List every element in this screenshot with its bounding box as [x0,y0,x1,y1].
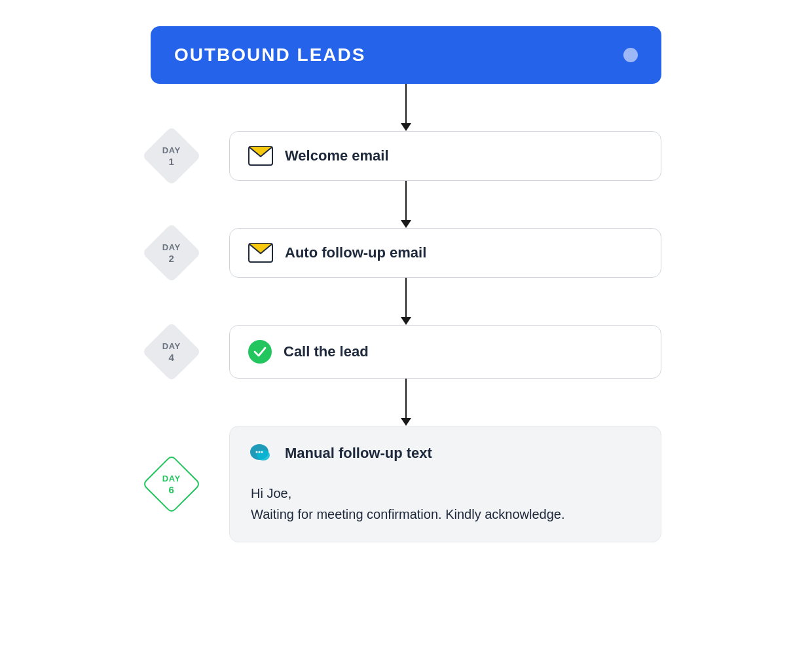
flow-container: OUTBOUND LEADS DAY 1 Welcom [151,13,661,542]
step-body-4: Hi Joe, Waiting for meeting confirmation… [248,478,568,527]
day-label-2: DAY [162,242,181,253]
arrow-connector-2 [401,181,411,228]
arrow-head [401,123,411,131]
arrow-line [405,84,407,123]
arrow-head-3 [401,317,411,325]
day-badge-3: DAY 4 [151,331,193,373]
header-dot [623,48,638,62]
arrow-line-3 [405,278,407,317]
step-label-2: Auto follow-up email [285,244,426,261]
svg-point-6 [256,451,258,453]
step-row-4: DAY 6 Manual follow-up text [151,426,661,542]
step-card-header-4: Manual follow-up text [248,441,432,466]
chat-icon [248,441,273,466]
step-label-4: Manual follow-up text [285,445,432,462]
step-card-3[interactable]: Call the lead [229,325,661,379]
email-icon-2 [248,243,273,263]
day-badge-4: DAY 6 [151,463,193,505]
arrow-line-4 [405,379,407,418]
day-number-2: 2 [162,252,181,263]
svg-point-8 [261,451,263,453]
header-title: OUTBOUND LEADS [174,45,365,66]
step-row-1: DAY 1 Welcome email [151,131,661,181]
day-badge-diamond-4: DAY 6 [142,455,202,514]
step-label-3: Call the lead [284,343,369,360]
svg-point-7 [259,451,261,453]
day-number-4: 6 [162,483,181,495]
arrow-head-4 [401,418,411,426]
day-label-1: DAY [162,145,181,156]
step-card-1[interactable]: Welcome email [229,131,661,181]
day-badge-2: DAY 2 [151,232,193,274]
day-number-3: 4 [162,351,181,362]
arrow-connector-1 [401,84,411,131]
step-card-2[interactable]: Auto follow-up email [229,228,661,278]
step-row-2: DAY 2 Auto follow-up email [151,228,661,278]
arrow-line-2 [405,181,407,220]
step-card-4[interactable]: Manual follow-up text Hi Joe, Waiting fo… [229,426,661,542]
step-body-line-2: Waiting for meeting confirmation. Kindly… [251,504,565,525]
arrow-connector-3 [401,278,411,325]
day-label-3: DAY [162,341,181,352]
header-card[interactable]: OUTBOUND LEADS [151,26,661,84]
step-row-3: DAY 4 Call the lead [151,325,661,379]
arrow-head-2 [401,220,411,228]
step-body-line-1: Hi Joe, [251,483,565,504]
day-label-4: DAY [162,474,181,484]
step-label-1: Welcome email [285,147,389,164]
email-icon-1 [248,146,273,166]
day-badge-diamond-2: DAY 2 [142,223,202,283]
day-badge-diamond-3: DAY 4 [142,322,202,382]
day-number-1: 1 [162,155,181,166]
day-badge-diamond-1: DAY 1 [142,126,202,186]
arrow-connector-4 [401,379,411,426]
day-badge-1: DAY 1 [151,135,193,177]
check-icon [248,340,272,364]
